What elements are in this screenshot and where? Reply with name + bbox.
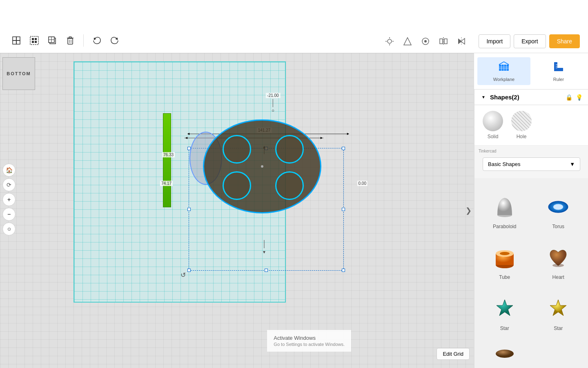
duplicate-button[interactable] <box>44 32 60 49</box>
star-teal-svg <box>492 296 517 321</box>
star-teal-label: Star <box>500 325 509 331</box>
tube-icon-area <box>490 243 519 272</box>
left-nav: BOTTOM 🏠 ⟳ + − ⊙ <box>0 164 16 236</box>
down-arrow-line <box>264 240 265 248</box>
ruler-icon <box>552 61 565 75</box>
workplane-label: Workplane <box>493 77 514 82</box>
shape-star-teal[interactable]: Star <box>478 283 532 334</box>
lock-icon[interactable]: 🔒 <box>566 94 572 101</box>
rotation-handle[interactable]: ↺ <box>180 271 186 279</box>
fit-button[interactable]: ⊙ <box>2 222 16 236</box>
tube-label: Tube <box>499 274 510 280</box>
svg-rect-2 <box>13 40 16 44</box>
heart-svg <box>546 245 570 270</box>
shape-tube[interactable]: Tube <box>478 233 532 284</box>
export-button[interactable]: Export <box>514 34 546 48</box>
handle-bottom-mid[interactable] <box>265 269 268 272</box>
shape-heart[interactable]: Heart <box>532 233 586 284</box>
edit-grid-container: Edit Grid <box>437 348 470 360</box>
shape-grid: Paraboloid <box>474 178 588 368</box>
svg-point-20 <box>388 39 392 43</box>
undo-button[interactable] <box>89 32 105 49</box>
heart-label: Heart <box>552 274 564 280</box>
toolbar-icons <box>0 32 131 49</box>
handle-mid-right[interactable] <box>342 208 345 211</box>
grid-background: -21.00 ○ ◄ ► 141.27 76.33 <box>0 53 474 368</box>
svg-rect-8 <box>35 41 37 43</box>
light-icon[interactable] <box>382 34 397 49</box>
svg-rect-5 <box>32 38 34 40</box>
shape-star-gold[interactable]: Star <box>532 283 586 334</box>
edit-grid-button[interactable]: Edit Grid <box>437 348 470 360</box>
shape-type-row: Solid Hole <box>474 105 588 146</box>
delete-button[interactable] <box>62 32 78 49</box>
torus-icon-area <box>544 193 572 221</box>
redo-button[interactable] <box>107 32 123 49</box>
wheel-br[interactable] <box>275 171 304 200</box>
group-button[interactable] <box>8 32 24 49</box>
svg-rect-3 <box>16 40 20 44</box>
wheel-bl[interactable] <box>223 171 251 200</box>
svg-rect-4 <box>30 36 38 45</box>
hole-type[interactable]: Hole <box>511 111 532 139</box>
handle-bottom-left[interactable] <box>187 269 191 272</box>
workplane-icon <box>498 61 510 75</box>
workplane-button[interactable]: Workplane <box>477 57 530 85</box>
home-button[interactable]: 🏠 <box>2 164 16 177</box>
hole-label: Hole <box>517 134 527 139</box>
share-button[interactable]: Share <box>549 34 580 48</box>
svg-rect-7 <box>32 41 34 43</box>
svg-rect-0 <box>13 37 16 40</box>
tube-svg <box>492 245 517 270</box>
handle-bottom-right[interactable] <box>342 269 345 272</box>
dropdown-arrow: ▼ <box>570 161 575 167</box>
star-gold-svg <box>546 296 570 321</box>
svg-point-54 <box>500 252 510 255</box>
mirror-icon[interactable] <box>436 34 451 49</box>
zoom-out-button[interactable]: − <box>2 208 16 221</box>
right-panel: Workplane Ruler ▼ Sh <box>474 53 588 368</box>
torus-svg <box>546 195 570 219</box>
collapse-arrow[interactable]: ▼ <box>480 94 487 101</box>
handle-mid-left[interactable] <box>187 208 191 211</box>
ruler-button[interactable]: Ruler <box>532 57 585 85</box>
rotate-button[interactable]: ⟳ <box>2 178 16 191</box>
panel-scroll-arrow[interactable]: ❯ <box>466 206 472 215</box>
toolbar-divider <box>83 34 84 47</box>
shape-icon[interactable] <box>400 34 415 49</box>
shapes-title: Shapes(2) <box>490 94 562 101</box>
paraboloid-icon-area <box>490 193 519 221</box>
shape-torus[interactable]: Torus <box>532 182 586 233</box>
star-gold-label: Star <box>554 325 563 331</box>
svg-rect-44 <box>554 62 557 71</box>
svg-point-55 <box>552 264 564 267</box>
svg-line-36 <box>504 62 509 65</box>
visibility-icon[interactable]: 💡 <box>576 94 583 101</box>
z-dimension: 0.00 <box>357 181 368 186</box>
view-cube-bottom[interactable]: BOTTOM <box>2 57 35 90</box>
heart-icon-area <box>544 243 572 272</box>
main-body-shape[interactable] <box>203 119 321 213</box>
ungroup-button[interactable] <box>26 32 42 49</box>
wheel-tl[interactable] <box>223 135 251 164</box>
handle-top-right[interactable] <box>342 147 345 150</box>
import-button[interactable]: Import <box>479 34 510 48</box>
canvas-area[interactable]: -21.00 ○ ◄ ► 141.27 76.33 <box>0 53 474 368</box>
toolbar-right-icons <box>382 34 469 49</box>
category-label: Basic Shapes <box>488 161 521 167</box>
svg-rect-15 <box>69 37 71 38</box>
svg-point-27 <box>424 40 427 43</box>
toolbar-right: Import Export Share <box>382 34 588 49</box>
align-icon[interactable] <box>418 34 433 49</box>
star-gold-icon-area <box>544 294 572 323</box>
category-dropdown[interactable]: Basic Shapes ▼ <box>483 157 580 171</box>
solid-type[interactable]: Solid <box>483 111 503 139</box>
svg-point-61 <box>496 350 514 358</box>
object-container[interactable]: -21.00 ○ ◄ ► 141.27 76.33 <box>176 115 352 271</box>
provider-label: Tinkercad <box>479 149 584 153</box>
shape-paraboloid[interactable]: Paraboloid <box>478 182 532 233</box>
flip-icon[interactable] <box>454 34 469 49</box>
shape-partial[interactable] <box>478 334 532 359</box>
wheel-tr[interactable] <box>275 135 304 164</box>
zoom-in-button[interactable]: + <box>2 193 16 206</box>
